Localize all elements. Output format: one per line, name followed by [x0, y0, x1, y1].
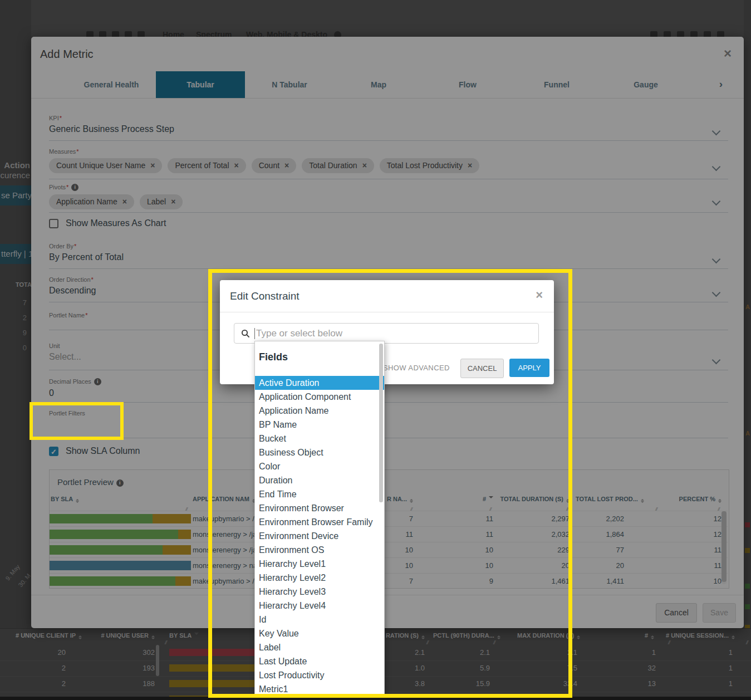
screen: Home Spectrum Web, Mobile & Deskto Actio… — [0, 0, 751, 700]
field-option[interactable]: Metric1 — [255, 682, 384, 696]
dialog-header: Edit Constraint × — [220, 280, 554, 312]
field-option[interactable]: Environment OS — [255, 543, 384, 557]
field-option[interactable]: Environment Browser Family — [255, 515, 384, 529]
dialog-apply-button[interactable]: APPLY — [509, 359, 549, 377]
scrollbar-track[interactable] — [379, 344, 383, 694]
field-option[interactable]: Last Update — [255, 654, 384, 668]
dialog-title: Edit Constraint — [230, 280, 300, 312]
field-option[interactable]: Label — [255, 640, 384, 654]
scrollbar-thumb[interactable] — [379, 344, 383, 502]
field-option[interactable]: Environment Browser — [255, 501, 384, 515]
fields-dropdown: Fields Active DurationApplication Compon… — [254, 341, 385, 700]
field-option[interactable]: End Time — [255, 487, 384, 501]
field-option[interactable]: Hierarchy Level3 — [255, 585, 384, 599]
close-icon[interactable]: × — [536, 288, 543, 302]
field-option[interactable]: Bucket — [255, 432, 384, 446]
window-bottom-edge — [0, 697, 751, 700]
field-option[interactable]: Business Object — [255, 446, 384, 459]
field-option[interactable]: BP Name — [255, 418, 384, 432]
field-option[interactable]: Environment Device — [255, 529, 384, 543]
field-option[interactable]: Key Value — [255, 626, 384, 640]
field-option[interactable]: Hierarchy Level2 — [255, 571, 384, 585]
field-option[interactable]: Lost Productivity — [255, 668, 384, 682]
field-option[interactable]: Application Component — [255, 390, 384, 404]
field-option[interactable]: Active Duration — [255, 376, 384, 390]
field-option[interactable]: Hierarchy Level4 — [255, 599, 384, 613]
field-option[interactable]: Color — [255, 459, 384, 473]
text-caret — [254, 328, 255, 339]
dropdown-group-label: Fields — [259, 351, 288, 363]
search-icon — [241, 329, 250, 338]
field-option[interactable]: Hierarchy Level1 — [255, 557, 384, 571]
show-advanced-button[interactable]: SHOW ADVANCED — [383, 359, 450, 377]
dialog-cancel-button[interactable]: CANCEL — [460, 359, 504, 378]
field-option[interactable]: Application Name — [255, 404, 384, 418]
field-option[interactable]: Id — [255, 613, 384, 626]
field-option[interactable]: Duration — [255, 473, 384, 487]
search-placeholder: Type or select below — [256, 328, 342, 339]
